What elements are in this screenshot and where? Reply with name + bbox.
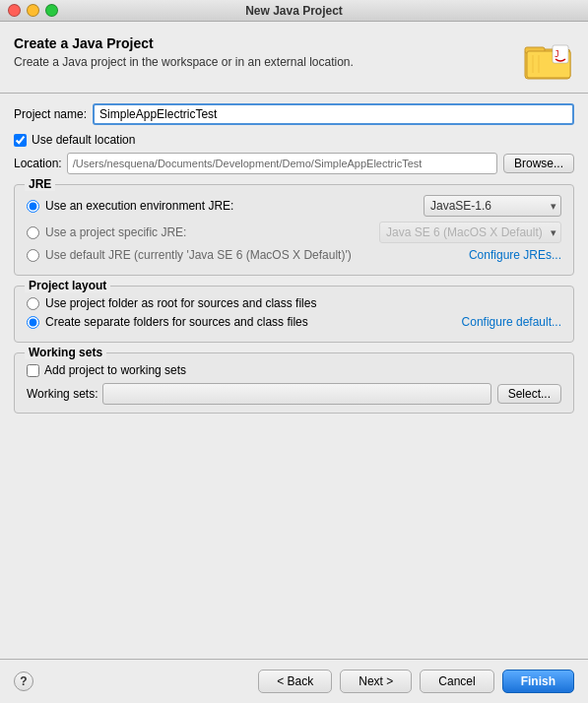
jre-section: JRE Use an execution environment JRE: Ja… — [14, 184, 574, 276]
jre-option3-radio[interactable] — [27, 249, 39, 262]
jre-option1-label: Use an execution environment JRE: — [45, 199, 233, 213]
header: Create a Java Project Create a Java proj… — [0, 22, 588, 93]
cancel-button[interactable]: Cancel — [420, 670, 493, 693]
layout-option1-label: Use project folder as root for sources a… — [45, 296, 316, 310]
jre-option1-row: Use an execution environment JRE: JavaSE… — [27, 195, 561, 217]
default-location-row: Use default location — [14, 133, 574, 147]
location-row: Location: /Users/nesquena/Documents/Deve… — [14, 153, 574, 174]
title-bar: New Java Project — [0, 0, 588, 22]
jre-option1-radio[interactable] — [27, 200, 39, 213]
header-divider — [0, 93, 588, 94]
jre-option3-label: Use default JRE (currently 'Java SE 6 (M… — [45, 248, 352, 262]
add-to-working-sets-label: Add project to working sets — [44, 363, 186, 377]
add-to-working-sets-row: Add project to working sets — [27, 363, 561, 377]
project-name-label: Project name: — [14, 107, 87, 121]
project-name-row: Project name: — [14, 103, 574, 125]
dialog: Create a Java Project Create a Java proj… — [0, 22, 588, 703]
window-controls[interactable] — [8, 4, 58, 17]
configure-default-link[interactable]: Configure default... — [462, 315, 561, 329]
main-content: Project name: Use default location Locat… — [0, 103, 588, 659]
jre-env-select[interactable]: JavaSE-1.6 JavaSE-1.7 JavaSE-1.8 — [424, 195, 561, 217]
use-default-location-checkbox[interactable] — [14, 134, 27, 147]
window-title: New Java Project — [245, 4, 343, 18]
layout-option2-label: Create separate folders for sources and … — [45, 315, 308, 329]
footer-buttons: < Back Next > Cancel Finish — [258, 670, 574, 693]
dialog-title: Create a Java Project — [14, 35, 354, 51]
finish-button[interactable]: Finish — [502, 670, 574, 693]
browse-button[interactable]: Browse... — [503, 154, 574, 173]
jre-option2-label: Use a project specific JRE: — [45, 225, 186, 239]
jre-specific-select[interactable]: Java SE 6 (MacOS X Default) — [379, 222, 561, 243]
layout-option1-row: Use project folder as root for sources a… — [27, 296, 561, 310]
help-button[interactable]: ? — [14, 671, 33, 691]
jre-option3-row: Use default JRE (currently 'Java SE 6 (M… — [27, 248, 561, 262]
back-button[interactable]: < Back — [258, 670, 332, 693]
configure-jres-link[interactable]: Configure JREs... — [469, 248, 561, 262]
next-button[interactable]: Next > — [340, 670, 412, 693]
working-sets-section: Working sets Add project to working sets… — [14, 352, 574, 414]
jre-option2-row: Use a project specific JRE: Java SE 6 (M… — [27, 222, 561, 243]
footer: ? < Back Next > Cancel Finish — [0, 659, 588, 703]
layout-section-title: Project layout — [25, 279, 110, 292]
location-path: /Users/nesquena/Documents/Development/De… — [67, 153, 497, 174]
project-name-input[interactable] — [93, 103, 574, 125]
jre-section-title: JRE — [25, 177, 55, 191]
location-label: Location: — [14, 157, 62, 170]
layout-option1-radio[interactable] — [27, 297, 39, 310]
layout-option2-radio[interactable] — [27, 316, 39, 329]
maximize-button[interactable] — [45, 4, 58, 17]
use-default-location-label: Use default location — [32, 133, 135, 147]
layout-section: Project layout Use project folder as roo… — [14, 286, 574, 343]
add-to-working-sets-checkbox[interactable] — [27, 364, 39, 377]
header-text: Create a Java Project Create a Java proj… — [14, 35, 354, 69]
layout-option2-row: Create separate folders for sources and … — [27, 315, 561, 329]
jre-option2-radio[interactable] — [27, 226, 39, 239]
working-sets-combo[interactable] — [102, 383, 490, 405]
working-sets-title: Working sets — [25, 346, 106, 359]
dialog-subtitle: Create a Java project in the workspace o… — [14, 55, 354, 69]
close-button[interactable] — [8, 4, 21, 17]
svg-text:J: J — [555, 50, 559, 59]
working-sets-label: Working sets: — [27, 387, 98, 401]
folder-icon: J — [523, 35, 574, 83]
jre-specific-select-wrapper: Java SE 6 (MacOS X Default) — [379, 222, 561, 243]
minimize-button[interactable] — [27, 4, 39, 17]
working-sets-select-button[interactable]: Select... — [497, 384, 561, 404]
jre-env-select-wrapper: JavaSE-1.6 JavaSE-1.7 JavaSE-1.8 — [424, 195, 561, 217]
working-sets-select-row: Working sets: Select... — [27, 383, 561, 405]
